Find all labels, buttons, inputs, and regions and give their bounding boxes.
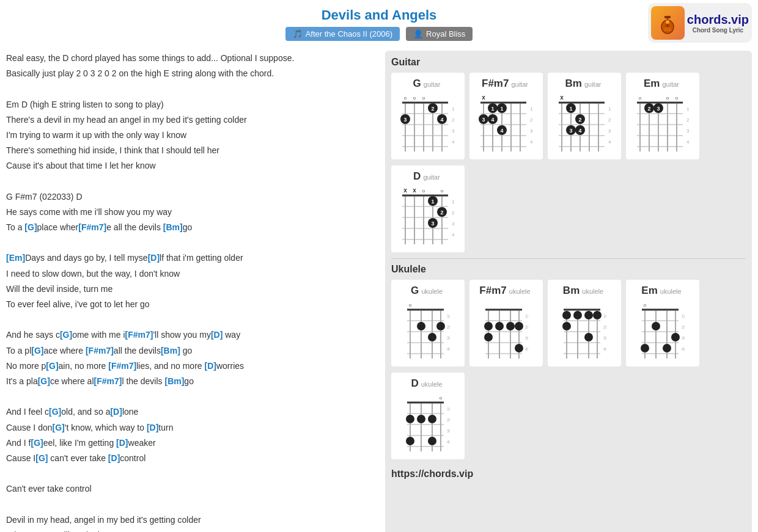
svg-text:3fr: 3fr — [452, 221, 454, 227]
svg-text:1fr: 1fr — [447, 314, 450, 318]
chord-link-g2[interactable]: [G] — [60, 330, 72, 340]
chord-fm7-uke-diagram: 1fr 2fr 3fr 4fr — [482, 301, 528, 362]
chord-fm7-guitar: F#m7 guitar x — [469, 73, 543, 159]
svg-text:3: 3 — [403, 117, 407, 123]
svg-rect-3 — [664, 16, 671, 18]
svg-text:3fr: 3fr — [447, 429, 450, 433]
header: Devils and Angels 🎵 After the Chaos II (… — [0, 0, 758, 45]
svg-point-168 — [562, 311, 571, 319]
chord-link-bm2[interactable]: [Bm] — [161, 346, 180, 355]
chord-link-g3[interactable]: [G] — [31, 346, 43, 355]
chord-g-ukulele: G ukulele o — [391, 280, 465, 366]
svg-point-207 — [417, 415, 425, 423]
chord-link-em[interactable]: [Em] — [6, 253, 25, 263]
chord-g-uke-diagram: o 1fr — [404, 301, 450, 362]
chord-em-ukulele: Em ukulele o — [626, 280, 699, 366]
chord-link-fm7-5[interactable]: [F#m7] — [94, 376, 122, 386]
svg-text:o: o — [666, 95, 669, 101]
chord-link-g9[interactable]: [G] — [35, 453, 48, 463]
chord-link-d7[interactable]: [D] — [108, 453, 120, 463]
chord-link-d5[interactable]: [D] — [147, 423, 158, 432]
chord-g-uke-type: ukulele — [421, 288, 443, 295]
guitar-section-title: Guitar — [391, 57, 746, 68]
svg-text:4fr: 4fr — [452, 139, 454, 145]
svg-text:3fr: 3fr — [530, 128, 532, 134]
svg-text:1fr: 1fr — [682, 314, 685, 318]
album-badge[interactable]: 🎵 After the Chaos II (2006) — [285, 27, 400, 41]
svg-point-135 — [428, 333, 436, 341]
chord-link-d2[interactable]: [D] — [211, 330, 223, 340]
svg-text:o: o — [422, 188, 425, 194]
chord-d-name: D — [413, 170, 421, 183]
chord-link-g5[interactable]: [G] — [38, 376, 50, 386]
svg-text:4: 4 — [440, 117, 443, 123]
chord-link-g4[interactable]: [G] — [46, 361, 58, 371]
svg-text:3: 3 — [657, 106, 660, 112]
svg-text:3fr: 3fr — [525, 336, 528, 340]
svg-text:1fr: 1fr — [608, 106, 611, 112]
svg-text:4fr: 4fr — [452, 232, 454, 238]
chord-d-uke-name: D — [411, 377, 418, 390]
svg-text:4fr: 4fr — [447, 440, 450, 444]
svg-text:2fr: 2fr — [686, 117, 689, 123]
chord-link-d6[interactable]: [D] — [116, 438, 128, 448]
album-label: After the Chaos II (2006) — [306, 29, 392, 38]
artist-icon: 👤 — [413, 29, 423, 38]
chord-fm7-type: guitar — [511, 81, 528, 88]
svg-text:2fr: 2fr — [447, 325, 450, 329]
chord-link-d4[interactable]: [D] — [110, 407, 122, 417]
svg-text:3fr: 3fr — [686, 128, 689, 134]
chord-fm7-name: F#m7 — [482, 78, 509, 90]
chord-g-type: guitar — [424, 81, 441, 88]
chord-fm7-uke-name: F#m7 — [479, 285, 506, 297]
chord-link-g[interactable]: [G] — [24, 222, 37, 232]
chord-link-d3[interactable]: [D] — [205, 361, 216, 371]
svg-text:o: o — [422, 95, 425, 101]
chord-link-fm7-4[interactable]: [F#m7] — [108, 361, 136, 371]
chord-bm-type: guitar — [584, 81, 602, 88]
svg-text:o: o — [439, 395, 442, 401]
chord-link-d[interactable]: [D] — [148, 253, 160, 263]
chord-link-fm7-3[interactable]: [F#m7] — [86, 346, 114, 355]
svg-text:2fr: 2fr — [603, 325, 606, 329]
chord-link-bm3[interactable]: [Bm] — [164, 376, 184, 386]
svg-point-210 — [406, 437, 414, 445]
svg-text:1: 1 — [431, 199, 434, 205]
svg-point-188 — [652, 322, 660, 330]
lyrics-section: Real easy, the D chord played has some t… — [6, 51, 376, 532]
chord-panel-footer-url: https://chords.vip — [391, 465, 746, 483]
svg-text:1fr: 1fr — [525, 314, 528, 318]
chord-em-uke-name: Em — [641, 285, 657, 297]
chord-g-name: G — [413, 78, 421, 90]
chord-link-bm[interactable]: [Bm] — [163, 222, 183, 232]
svg-text:1fr: 1fr — [686, 106, 689, 112]
chord-link-g6[interactable]: [G] — [49, 407, 61, 417]
chord-d-uke-diagram: o — [404, 393, 450, 454]
chord-link-fm7[interactable]: [F#m7] — [78, 222, 106, 232]
svg-point-170 — [584, 311, 593, 319]
svg-text:3: 3 — [482, 117, 485, 123]
svg-text:2fr: 2fr — [682, 325, 685, 329]
chord-link-g7[interactable]: [G] — [53, 423, 65, 432]
svg-point-190 — [641, 344, 649, 352]
chord-em-uke-diagram: o 1fr 2 — [639, 301, 685, 362]
album-icon: 🎵 — [293, 29, 303, 38]
chord-d-ukulele: D ukulele o — [391, 373, 465, 459]
svg-text:4: 4 — [578, 128, 581, 134]
svg-text:1: 1 — [500, 106, 503, 112]
chord-link-g8[interactable]: [G] — [31, 438, 43, 448]
svg-text:4: 4 — [500, 128, 503, 134]
svg-text:1fr: 1fr — [452, 106, 454, 112]
svg-point-172 — [562, 322, 571, 330]
svg-text:4fr: 4fr — [608, 139, 611, 145]
svg-point-206 — [406, 415, 414, 423]
artist-badge[interactable]: 👤 Royal Bliss — [406, 27, 473, 41]
chord-link-fm7-2[interactable]: [F#m7] — [125, 330, 153, 340]
ukulele-chord-grid-row2: D ukulele o — [391, 373, 746, 459]
svg-text:3: 3 — [431, 220, 434, 227]
guitar-chord-grid: G guitar o o o — [391, 73, 746, 159]
svg-point-153 — [484, 333, 493, 341]
chord-d-type: guitar — [423, 173, 440, 181]
svg-text:4fr: 4fr — [530, 139, 532, 145]
chord-g-uke-name: G — [411, 285, 419, 297]
